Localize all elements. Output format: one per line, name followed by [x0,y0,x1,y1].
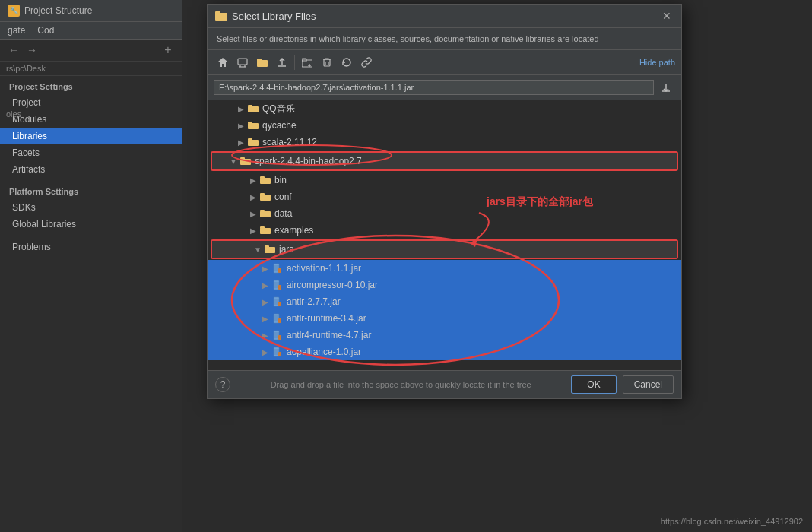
expand-icon-examples: ▶ [247,224,259,236]
sidebar-item-facets[interactable]: Facets [0,144,182,161]
refresh-toolbar-btn[interactable] [338,53,356,71]
tree-item-bin[interactable]: ▶ bin [208,172,681,188]
tree-item-qycache[interactable]: ▶ qycache [208,117,681,134]
svg-rect-23 [240,157,245,160]
svg-rect-20 [248,140,259,146]
expand-icon-antlr4-runtime-47: ▶ [259,329,271,341]
expand-icon-jars: ▼ [252,243,264,255]
svg-rect-30 [260,228,271,234]
expand-icon-data: ▶ [247,207,259,220]
download-button[interactable] [657,78,675,97]
tree-item-label-qq: QQ音乐 [262,103,295,116]
tree-item-antlr4-runtime-47[interactable]: ▶ antlr4-runtime-4.7.jar [208,327,681,344]
ok-button[interactable]: OK [571,375,616,394]
svg-rect-39 [278,268,281,273]
help-button[interactable]: ? [215,377,230,392]
add-button[interactable]: + [160,43,176,58]
close-button[interactable]: ✕ [660,9,674,23]
panel-title: Project Structure [24,5,92,16]
menu-item-gate[interactable]: gate [3,24,30,37]
svg-rect-40 [274,280,279,290]
tree-item-label-antlr: antlr-2.7.7.jar [287,296,341,307]
desktop-toolbar-btn[interactable] [233,53,252,71]
expand-icon-qq: ▶ [235,103,247,115]
path-input-row [208,75,681,100]
tree-item-antlr-runtime-34[interactable]: ▶ antlr-runtime-3.4.jar [208,310,681,327]
expand-icon-bin: ▶ [247,174,259,186]
folder-icon-conf [259,191,271,203]
back-button[interactable]: ← [6,43,21,58]
cancel-button[interactable]: Cancel [623,375,674,394]
svg-rect-69 [278,352,281,356]
svg-rect-16 [248,106,259,112]
tree-item-examples[interactable]: ▶ examples [208,222,681,239]
tree-item-conf[interactable]: ▶ conf [208,188,681,205]
tree-item-jars[interactable]: ▼ jars [212,241,677,258]
platform-settings-header: Platform Settings [0,181,182,199]
file-tree[interactable]: ▶ QQ音乐 ▶ qycache ▶ scala-2.11.1 [208,100,681,370]
svg-rect-26 [260,195,271,201]
dialog-toolbar: Hide path [208,50,681,75]
svg-rect-57 [278,318,281,323]
svg-rect-8 [302,60,312,67]
svg-rect-31 [260,226,265,229]
new-folder-toolbar-btn[interactable] [298,53,316,71]
sidebar-item-problems[interactable]: Problems [0,239,182,255]
tree-item-label-antlr4-runtime-47: antlr4-runtime-4.7.jar [287,330,371,340]
svg-rect-18 [248,123,259,129]
home-toolbar-btn[interactable] [214,53,232,71]
link-toolbar-btn[interactable] [357,53,376,71]
svg-rect-63 [278,335,281,340]
svg-rect-28 [260,211,271,217]
tree-item-label-data: data [274,208,292,219]
jar-icon-activation [271,262,284,274]
project-settings-header: Project Settings [0,76,182,94]
tree-item-label-activation: activation-1.1.1.jar [287,263,361,274]
folder-icon-qycache [247,119,259,131]
spark-highlight-box: ▼ spark-2.4.4-bin-hadoop2.7 [211,151,678,171]
svg-rect-2 [238,59,247,65]
tree-item-activation[interactable]: ▶ activation-1.1.1.jar [208,260,681,277]
svg-rect-32 [265,247,275,253]
svg-rect-13 [324,59,330,66]
breadcrumb: rs\pc\Desk [0,62,182,76]
app-icon: 🔧 [8,5,20,17]
sidebar-item-artifacts[interactable]: Artifacts [0,161,182,178]
tree-item-label-aopalliance: aopalliance-1.0.jar [287,347,361,357]
svg-rect-27 [260,193,265,195]
sidebar-item-global-libraries[interactable]: Global Libraries [0,216,182,233]
jar-icon-aircompressor [271,279,284,291]
dialog-titlebar: Select Library Files ✕ [208,5,681,28]
tree-item-aircompressor[interactable]: ▶ aircompressor-0.10.jar [208,277,681,293]
nav-bar: ← → + [0,40,182,62]
tree-item-scala[interactable]: ▶ scala-2.11.12 [208,134,681,150]
sidebar-item-libraries[interactable]: Libraries [0,128,182,144]
tree-item-label-spark: spark-2.4.4-bin-hadoop2.7 [255,156,362,166]
expand-icon-antlr: ▶ [259,296,271,308]
sidebar-item-sdks[interactable]: SDKs [0,199,182,216]
delete-toolbar-btn[interactable] [318,53,336,71]
top-menu: gate Cod [0,22,182,40]
forward-button[interactable]: → [24,43,40,58]
svg-rect-25 [260,176,265,179]
path-input[interactable] [214,80,654,95]
tree-item-spark[interactable]: ▼ spark-2.4.4-bin-hadoop2.7 [212,153,677,169]
folder-toolbar-btn[interactable] [253,53,271,71]
jar-icon-antlr-runtime-34 [271,312,284,325]
menu-item-code[interactable]: Cod [33,24,59,37]
folder-title-icon [215,10,227,22]
expand-icon-activation: ▶ [259,262,271,274]
tree-item-qq[interactable]: ▶ QQ音乐 [208,100,681,117]
tree-item-aopalliance[interactable]: ▶ aopalliance-1.0.jar [208,344,681,360]
left-panel: 🔧 Project Structure gate Cod ← → + rs\pc… [0,0,182,532]
folder-icon-data [259,207,271,220]
tree-item-antlr[interactable]: ▶ antlr-2.7.7.jar [208,293,681,310]
tree-item-data[interactable]: ▶ data [208,205,681,222]
upload-toolbar-btn[interactable] [273,53,291,71]
selected-jars-container: ▶ activation-1.1.1.jar ▶ aircompressor-0… [208,260,681,360]
jars-highlight-box: ▼ jars [211,239,678,259]
footer-buttons: OK Cancel [571,375,674,394]
svg-rect-51 [278,302,281,306]
svg-rect-17 [248,105,252,107]
hide-path-button[interactable]: Hide path [639,58,675,67]
